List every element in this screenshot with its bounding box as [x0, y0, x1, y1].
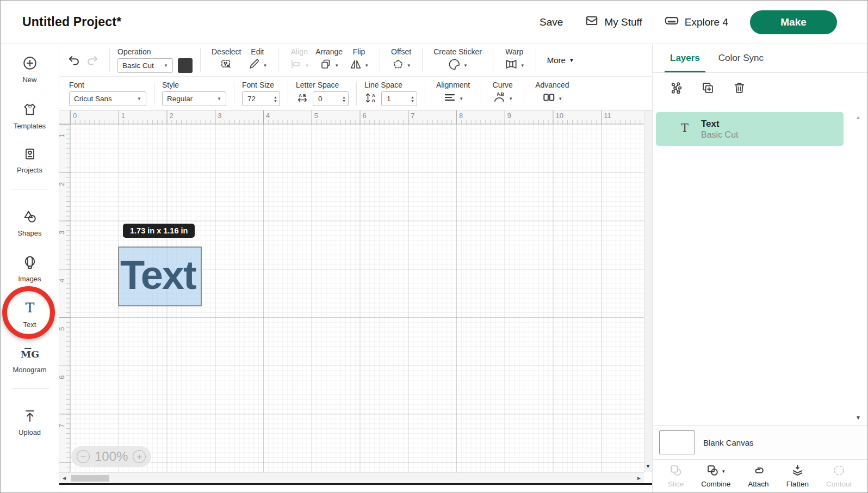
combine-button[interactable]: ▼ Combine	[701, 464, 730, 488]
scroll-right-icon[interactable]: ►	[636, 475, 642, 481]
warp-button[interactable]: Warp ▼	[501, 47, 528, 73]
arrange-button[interactable]: Arrange ▼	[312, 47, 346, 73]
contour-button: Contour	[826, 464, 852, 488]
sidebar-item-monogram[interactable]: MG Monogram	[1, 345, 59, 374]
alignment-button[interactable]: Alignment ▼	[433, 81, 473, 106]
scroll-left-icon[interactable]: ◄	[61, 475, 67, 481]
text-toolbar: Font Cricut Sans ▼ Style Regular ▼ Font …	[59, 77, 652, 110]
slice-icon	[669, 464, 683, 479]
header: Untitled Project* Save My Stuff Explore …	[1, 1, 867, 44]
sidebar-item-label: Projects	[17, 166, 42, 174]
letter-space-label: Letter Space	[296, 81, 339, 89]
sticker-icon	[448, 58, 461, 73]
my-stuff-button[interactable]: My Stuff	[585, 14, 642, 30]
letter-space-stepper[interactable]: ▲▼	[339, 95, 346, 103]
sidebar-item-shapes[interactable]: Shapes	[1, 208, 59, 237]
create-sticker-button[interactable]: Create Sticker ▼	[430, 47, 485, 73]
operation-value: Basic Cut	[122, 61, 154, 70]
font-size-label: Font Size	[242, 81, 274, 89]
project-title: Untitled Project*	[22, 15, 121, 29]
font-size-stepper[interactable]: ▲▼	[270, 95, 277, 103]
blank-canvas-row[interactable]: Blank Canvas	[653, 425, 867, 459]
scroll-down-icon[interactable]: ▼	[646, 464, 650, 469]
edit-toolbar: Operation Basic Cut ▼ Deselect Edit ▼	[59, 44, 652, 77]
curve-button[interactable]: Curve AB▼	[489, 81, 516, 106]
zoom-control: − 100% +	[71, 446, 151, 467]
ruler-number: 5	[314, 112, 318, 120]
canvas-grid[interactable]: 1.73 in x 1.16 in Text	[70, 124, 644, 472]
sidebar-item-images[interactable]: Images	[1, 254, 59, 283]
sidebar-item-label: Text	[23, 321, 36, 329]
svg-text:B: B	[372, 98, 375, 103]
advanced-button[interactable]: Advanced ▼	[532, 81, 572, 106]
separator	[234, 82, 234, 106]
separator	[481, 82, 481, 106]
offset-button[interactable]: Offset ▼	[388, 47, 414, 73]
ruler-number: 1	[59, 134, 66, 138]
duplicate-button[interactable]	[698, 78, 717, 97]
stepper-up-icon: ▲	[411, 95, 414, 99]
advanced-icon	[542, 90, 556, 107]
line-space-input[interactable]: 1 ▲▼	[381, 91, 417, 106]
sidebar: New Templates Projects Shapes Images T T…	[1, 44, 59, 492]
ruler-number: 3	[59, 230, 66, 234]
style-group: Style Regular ▼	[162, 81, 226, 106]
flip-button[interactable]: Flip ▼	[346, 47, 372, 73]
canvas-bottom-edge	[59, 483, 652, 485]
selected-text-object[interactable]: Text	[118, 246, 202, 306]
stepper-down-icon: ▼	[274, 99, 277, 103]
redo-button[interactable]	[83, 51, 102, 70]
sidebar-item-text[interactable]: T Text	[1, 300, 59, 329]
blank-canvas-swatch[interactable]	[659, 430, 695, 454]
chevron-down-icon: ▼	[159, 63, 168, 68]
layer-row-text[interactable]: T Text Basic Cut	[656, 112, 844, 146]
ruler-corner	[59, 110, 70, 124]
scroll-up-icon[interactable]: ▲	[855, 114, 861, 120]
svg-text:B: B	[500, 91, 505, 97]
more-button[interactable]: More ▼	[544, 56, 578, 65]
font-dropdown[interactable]: Cricut Sans ▼	[69, 91, 146, 106]
chevron-down-icon: ▼	[509, 96, 513, 101]
sidebar-item-label: Shapes	[17, 229, 41, 237]
sidebar-item-projects[interactable]: Projects	[1, 146, 59, 174]
sidebar-item-label: Upload	[18, 428, 41, 436]
undo-button[interactable]	[65, 51, 83, 70]
separator	[154, 82, 154, 106]
separator	[109, 48, 110, 72]
flatten-button[interactable]: Flatten	[786, 464, 809, 488]
vertical-scrollbar[interactable]: ▼	[644, 110, 652, 472]
envelope-icon	[585, 14, 599, 30]
tab-layers[interactable]: Layers	[665, 44, 705, 72]
delete-button[interactable]	[730, 78, 748, 97]
layer-tools	[653, 73, 867, 102]
ruler-number: 4	[59, 279, 66, 282]
deselect-button[interactable]: Deselect	[208, 47, 244, 73]
color-swatch[interactable]	[178, 58, 193, 73]
operation-dropdown[interactable]: Basic Cut ▼	[117, 58, 173, 73]
letter-space-input[interactable]: 0 ▲▼	[313, 91, 349, 106]
make-button[interactable]: Make	[750, 10, 837, 34]
style-value: Regular	[167, 95, 193, 103]
zoom-in-button[interactable]: +	[133, 450, 146, 463]
sidebar-item-upload[interactable]: Upload	[1, 408, 59, 436]
group-button[interactable]	[667, 78, 685, 97]
layer-list: T Text Basic Cut ▲ ▼	[653, 102, 867, 425]
font-size-input[interactable]: 72 ▲▼	[242, 91, 280, 106]
scroll-down-icon[interactable]: ▼	[855, 415, 861, 421]
zoom-out-button[interactable]: −	[77, 450, 90, 463]
style-dropdown[interactable]: Regular ▼	[162, 91, 226, 106]
scrollbar-thumb[interactable]	[71, 475, 109, 482]
canvas-area[interactable]: 01234567891011 1234567 1.73 in x 1.16 in…	[59, 110, 652, 493]
machine-select-button[interactable]: Explore 4	[664, 13, 728, 31]
ruler-number: 4	[266, 112, 270, 120]
save-button[interactable]: Save	[540, 16, 563, 28]
sidebar-item-templates[interactable]: Templates	[1, 101, 59, 130]
line-space-stepper[interactable]: ▲▼	[407, 95, 414, 103]
sidebar-item-new[interactable]: New	[1, 55, 59, 84]
chevron-down-icon: ▼	[305, 63, 309, 68]
attach-button[interactable]: Attach	[748, 464, 768, 488]
tab-color-sync[interactable]: Color Sync	[713, 44, 769, 72]
horizontal-scrollbar[interactable]: ◄ ►	[59, 472, 644, 483]
edit-button[interactable]: Edit ▼	[244, 47, 270, 73]
combine-icon	[706, 464, 720, 479]
